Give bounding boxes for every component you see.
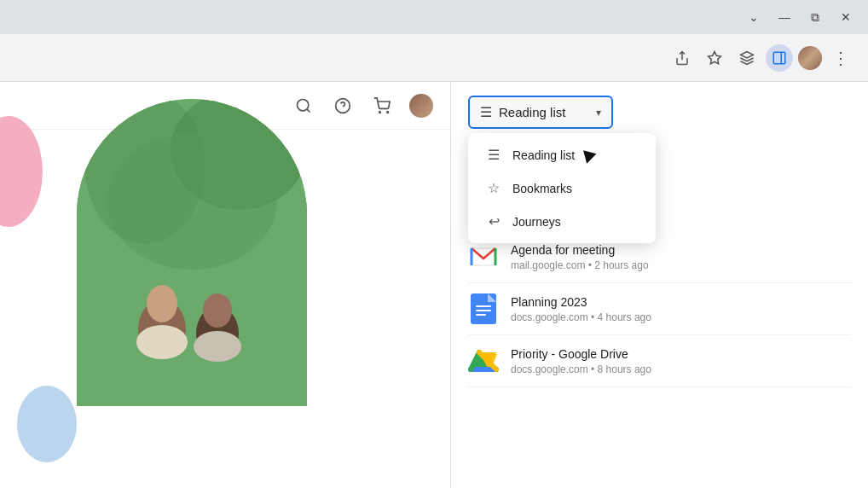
reading-item-gmail-text: Agenda for meeting mail.google.com • 2 h…: [511, 243, 851, 271]
menu-item-reading-list-label: Reading list: [512, 148, 575, 162]
svg-rect-21: [471, 293, 496, 324]
menu-item-journeys-label: Journeys: [512, 215, 561, 229]
bookmarks-menu-icon: ☆: [485, 180, 502, 196]
decorative-blob-pink: [0, 116, 43, 227]
title-bar: ⌄ — ⧉ ✕: [0, 0, 868, 34]
minimize-button[interactable]: —: [773, 5, 796, 29]
journeys-menu-icon: ↩: [485, 213, 502, 229]
hero-illustration: [77, 99, 307, 406]
close-icon: ✕: [841, 10, 851, 24]
svg-rect-22: [476, 305, 491, 307]
maximize-button[interactable]: ⧉: [803, 5, 827, 29]
panel-type-dropdown[interactable]: ☰ Reading list ▾: [468, 96, 613, 129]
svg-point-9: [387, 111, 389, 113]
hero-image: [77, 99, 307, 406]
more-menu-button[interactable]: ⋮: [827, 44, 854, 72]
bookmark-button[interactable]: [701, 44, 728, 72]
gmail-icon: [468, 241, 499, 272]
svg-marker-1: [709, 51, 721, 63]
reading-item-drive-meta: docs.google.com • 8 hours ago: [511, 363, 851, 375]
chevron-down-icon: ⌄: [749, 10, 759, 24]
reading-list-icon: ☰: [480, 104, 492, 120]
svg-point-15: [147, 285, 177, 322]
svg-point-8: [379, 111, 381, 113]
docs-icon: [468, 293, 499, 324]
panel-header: ☰ Reading list ▾ ☰ Reading list ☆ Bookma…: [451, 82, 868, 136]
side-panel-button[interactable]: [766, 44, 793, 72]
avatar-image: [798, 46, 822, 70]
menu-item-bookmarks[interactable]: ☆ Bookmarks: [468, 171, 656, 205]
reading-item-drive-title: Priority - Google Drive: [511, 347, 851, 361]
svg-line-5: [307, 108, 310, 112]
reading-item-drive[interactable]: Priority - Google Drive docs.google.com …: [468, 335, 851, 387]
panel-dropdown-label: Reading list: [499, 105, 565, 119]
chevron-down-button[interactable]: ⌄: [742, 5, 766, 29]
minimize-icon: —: [778, 10, 790, 24]
reading-list-panel: ☰ Reading list ▾ ☰ Reading list ☆ Bookma…: [450, 82, 868, 488]
svg-point-17: [203, 293, 232, 328]
extensions-button[interactable]: [733, 44, 761, 72]
menu-item-bookmarks-label: Bookmarks: [512, 182, 572, 195]
site-profile-avatar[interactable]: [409, 94, 433, 118]
reading-item-docs-title: Planning 2023: [511, 295, 851, 309]
reading-item-docs-text: Planning 2023 docs.google.com • 4 hours …: [511, 295, 851, 323]
webpage-view: [0, 82, 450, 488]
svg-point-13: [107, 133, 277, 270]
svg-rect-23: [476, 310, 491, 311]
drive-icon: [468, 346, 499, 376]
reading-item-docs-meta: docs.google.com • 4 hours ago: [511, 311, 851, 323]
site-help-button[interactable]: [331, 94, 355, 118]
maximize-icon: ⧉: [811, 10, 819, 25]
content-area: ☰ Reading list ▾ ☰ Reading list ☆ Bookma…: [0, 82, 868, 488]
reading-item-docs[interactable]: Planning 2023 docs.google.com • 4 hours …: [468, 283, 851, 335]
svg-point-19: [194, 331, 241, 362]
svg-rect-24: [476, 314, 486, 316]
reading-item-gmail-title: Agenda for meeting: [511, 243, 851, 257]
svg-rect-2: [773, 52, 785, 64]
svg-point-18: [136, 325, 188, 359]
arch-shape: [77, 99, 307, 406]
share-button[interactable]: [668, 44, 696, 72]
browser-toolbar: ⋮: [0, 34, 868, 82]
panel-type-menu: ☰ Reading list ☆ Bookmarks ↩ Journeys: [468, 133, 656, 243]
chevron-down-icon: ▾: [596, 107, 601, 119]
close-button[interactable]: ✕: [834, 5, 858, 29]
reading-item-gmail-meta: mail.google.com • 2 hours ago: [511, 259, 851, 271]
menu-item-reading-list[interactable]: ☰ Reading list: [468, 138, 656, 171]
menu-item-journeys[interactable]: ↩ Journeys: [468, 205, 656, 238]
decorative-blob-blue: [17, 386, 77, 462]
reading-item-drive-text: Priority - Google Drive docs.google.com …: [511, 347, 851, 375]
reading-list-menu-icon: ☰: [485, 147, 502, 163]
reading-list-items: Agenda for meeting mail.google.com • 2 h…: [451, 221, 868, 398]
profile-avatar[interactable]: [798, 46, 822, 70]
site-cart-button[interactable]: [370, 94, 394, 118]
